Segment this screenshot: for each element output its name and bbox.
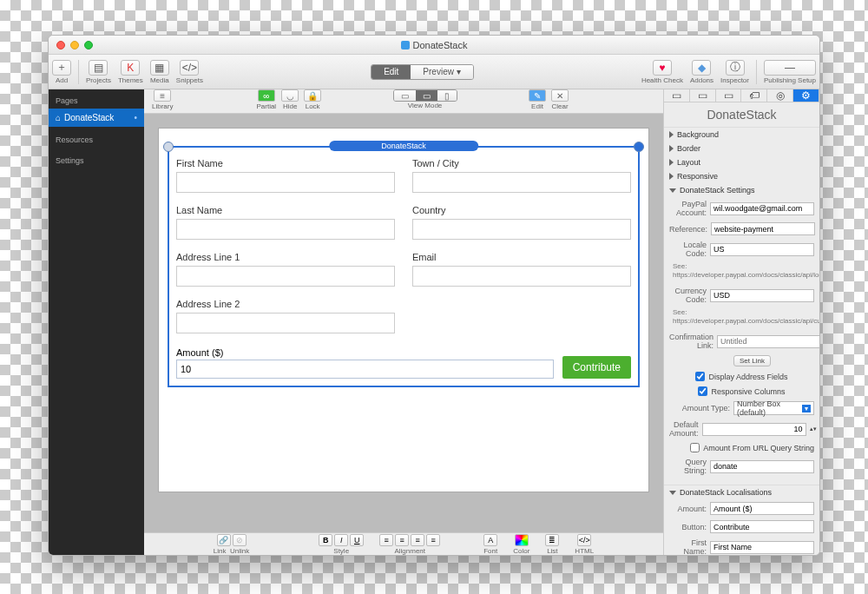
stack-handle-left[interactable] — [163, 142, 174, 152]
health-check-button[interactable]: ♥Health Check — [641, 60, 683, 84]
align-center-button[interactable]: ≡ — [395, 534, 409, 546]
home-icon: ⌂ — [56, 113, 61, 122]
country-label: Country — [412, 205, 446, 215]
paypal-label: PayPal Account: — [669, 200, 707, 217]
zoom-window-button[interactable] — [84, 41, 93, 50]
inspector-title: DonateStack — [664, 102, 819, 127]
confirm-input[interactable] — [717, 335, 819, 348]
section-background[interactable]: Background — [664, 128, 819, 142]
close-window-button[interactable] — [56, 41, 65, 50]
font-button[interactable]: A — [483, 534, 497, 546]
preview-mode-button[interactable]: Preview ▾ — [411, 65, 472, 79]
set-link-button[interactable]: Set Link — [733, 355, 771, 366]
section-layout[interactable]: Layout — [664, 155, 819, 169]
section-settings[interactable]: DonateStack Settings — [664, 183, 819, 197]
donatestack-stack[interactable]: DonateStack First Name Last Name Address… — [168, 146, 640, 387]
locale-input[interactable] — [710, 243, 814, 256]
amount-input[interactable] — [176, 360, 554, 379]
main-toolbar: ＋Add ▤Projects KThemes ▦Media </>Snippet… — [49, 55, 819, 89]
themes-button[interactable]: KThemes — [118, 60, 143, 84]
last-name-input[interactable] — [176, 219, 395, 240]
list-button[interactable]: ≣ — [545, 534, 559, 546]
first-name-input[interactable] — [176, 172, 395, 193]
sidebar-resources[interactable]: Resources — [49, 132, 144, 148]
color-button[interactable] — [515, 534, 529, 546]
page-modified-dot: • — [134, 113, 137, 122]
mode-segment: Edit Preview ▾ — [371, 64, 474, 80]
clear-button[interactable]: ✕Clear — [551, 89, 569, 110]
inspector-tab-5[interactable]: ◎ — [767, 89, 793, 102]
reference-input[interactable] — [711, 222, 815, 235]
add-button[interactable]: ＋Add — [52, 60, 71, 84]
email-input[interactable] — [412, 266, 631, 287]
snippets-button[interactable]: </>Snippets — [176, 60, 203, 84]
inspector-tab-1[interactable]: ▭ — [664, 89, 690, 102]
address1-label: Address Line 1 — [176, 252, 240, 262]
query-string-input[interactable] — [710, 460, 814, 473]
canvas-scroll[interactable]: DonateStack First Name Last Name Address… — [144, 114, 663, 532]
partial-button[interactable]: ∞Partial — [256, 89, 276, 110]
query-string-label: Query String: — [669, 458, 707, 475]
loc-firstname-label: First Name: — [669, 538, 707, 555]
hide-button[interactable]: ◡Hide — [281, 89, 299, 110]
address1-input[interactable] — [176, 266, 395, 287]
underline-button[interactable]: U — [350, 534, 364, 546]
loc-button-label: Button: — [669, 523, 707, 531]
inspector-tab-3[interactable]: ▭ — [716, 89, 742, 102]
media-button[interactable]: ▦Media — [150, 60, 169, 84]
viewmode-phone[interactable]: ▯ — [437, 90, 457, 101]
edit-mode-button[interactable]: Edit — [372, 65, 411, 79]
country-input[interactable] — [412, 219, 631, 240]
projects-button[interactable]: ▤Projects — [86, 60, 111, 84]
editor-subbar: ≡Library ∞Partial ◡Hide 🔒Lock ▭ ▭ ▯ View… — [144, 89, 663, 114]
stack-handle-right[interactable] — [634, 142, 644, 152]
sidebar-settings[interactable]: Settings — [49, 153, 144, 168]
section-localisations[interactable]: DonateStack Localisations — [664, 485, 819, 499]
bold-button[interactable]: B — [319, 534, 332, 546]
library-button[interactable]: ≡Library — [152, 89, 173, 110]
currency-input[interactable] — [710, 289, 814, 302]
amount-from-url-checkbox[interactable]: Amount From URL Query String — [690, 443, 814, 452]
page-canvas[interactable]: DonateStack First Name Last Name Address… — [158, 128, 649, 492]
viewmode-desktop[interactable]: ▭ — [394, 90, 416, 101]
html-button[interactable]: </> — [577, 534, 591, 546]
unlink-button[interactable]: ⊘ — [233, 534, 247, 546]
default-amount-label: Default Amount: — [669, 420, 699, 438]
section-responsive[interactable]: Responsive — [664, 169, 819, 183]
inspector-tab-6[interactable]: ⚙ — [793, 89, 819, 102]
paypal-input[interactable] — [710, 202, 814, 215]
responsive-columns-checkbox[interactable]: Responsive Columns — [698, 386, 785, 396]
editor-center: ≡Library ∞Partial ◡Hide 🔒Lock ▭ ▭ ▯ View… — [144, 89, 663, 555]
contribute-button[interactable]: Contribute — [562, 356, 631, 379]
italic-button[interactable]: I — [334, 534, 348, 546]
display-address-checkbox[interactable]: Display Address Fields — [695, 372, 787, 381]
amount-type-select[interactable]: Number Box (default)▾ — [733, 401, 814, 415]
address2-input[interactable] — [176, 313, 395, 333]
sidebar-page-donatestack[interactable]: ⌂ DonateStack • — [49, 109, 144, 127]
inspector-tab-2[interactable]: ▭ — [690, 89, 716, 102]
town-label: Town / City — [412, 158, 459, 168]
addons-button[interactable]: ◆Addons — [690, 60, 713, 84]
viewmode-segment: ▭ ▭ ▯ View Mode — [393, 89, 457, 109]
app-window: DonateStack ＋Add ▤Projects KThemes ▦Medi… — [48, 35, 820, 556]
locale-note: See: https://developer.paypal.com/docs/c… — [664, 261, 819, 284]
loc-amount-input[interactable] — [710, 502, 814, 515]
loc-button-input[interactable] — [710, 520, 814, 533]
publishing-setup-button[interactable]: —Publishing Setup — [764, 60, 816, 84]
town-input[interactable] — [412, 172, 631, 193]
loc-firstname-input[interactable] — [710, 541, 814, 554]
viewmode-tablet[interactable]: ▭ — [416, 90, 437, 101]
inspector-tab-4[interactable]: 🏷 — [741, 89, 767, 102]
inspector-button[interactable]: ⓘInspector — [720, 60, 749, 84]
locale-label: Locale Code: — [669, 241, 707, 258]
sidebar-pages-header: Pages — [49, 93, 144, 109]
align-justify-button[interactable]: ≡ — [426, 534, 440, 546]
lock-button[interactable]: 🔒Lock — [304, 89, 321, 110]
minimize-window-button[interactable] — [70, 41, 79, 50]
default-amount-input[interactable] — [702, 423, 806, 436]
align-left-button[interactable]: ≡ — [379, 534, 393, 546]
link-button[interactable]: 🔗 — [217, 534, 231, 546]
edit-button[interactable]: ✎Edit — [529, 89, 546, 110]
align-right-button[interactable]: ≡ — [411, 534, 424, 546]
section-border[interactable]: Border — [664, 142, 819, 155]
